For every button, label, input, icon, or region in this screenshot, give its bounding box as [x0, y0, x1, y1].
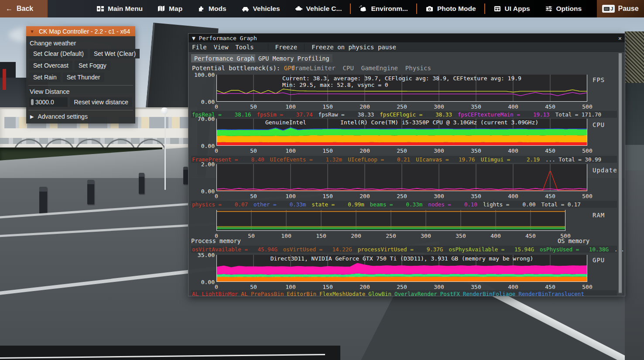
toolbar-separator — [484, 3, 485, 14]
main-menu-icon — [96, 5, 104, 13]
building — [625, 83, 644, 145]
back-button[interactable]: ← Back — [0, 0, 48, 17]
fps-status-line: fpsReal = 38.16fpsSim = 37.74fpsRaw = 38… — [191, 111, 617, 118]
drag-grip-icon[interactable] — [31, 99, 34, 105]
x-tick-label: 400 — [508, 284, 518, 290]
y-axis-min-label: 0.00 — [190, 279, 215, 285]
toolbar-item-mods[interactable]: Mods — [190, 0, 233, 17]
toolbar-item-environment[interactable]: Environm... — [352, 0, 415, 17]
y-axis-min-label: 0.00 — [190, 99, 215, 105]
perf-window-titlebar[interactable]: ▼ Performance Graph — [188, 34, 625, 42]
scrollbar-track[interactable] — [618, 53, 622, 294]
x-tick-label: 0 — [215, 147, 218, 154]
status-pair: UIimgui = 2.19 — [481, 156, 540, 163]
x-tick-label: 200 — [360, 103, 370, 110]
toolbar-item-photo-mode[interactable]: Photo Mode — [418, 0, 483, 17]
tab-gpu-memory-profiling[interactable]: GPU Memory Profiling — [255, 54, 332, 62]
menu-file[interactable]: File — [188, 44, 210, 51]
x-axis-ticks: 050100150200250300350400450500 — [216, 233, 565, 239]
x-tick-label: 250 — [397, 284, 407, 290]
close-icon[interactable]: ✕ — [616, 34, 624, 42]
x-tick-label: 100 — [285, 103, 295, 110]
toolbar-item-vehicles[interactable]: Vehicles — [234, 0, 288, 17]
menu-freeze-on-physics-pause[interactable]: Freeze on physics pause — [304, 44, 400, 51]
perf-menubar: File View Tools Freeze Freeze on physics… — [188, 42, 625, 52]
process-memory-label: Process memory — [191, 237, 241, 244]
tab-performance-graph[interactable]: Performance Graph — [191, 54, 257, 62]
x-tick-label: 450 — [525, 233, 535, 239]
x-tick-label: 150 — [316, 233, 326, 239]
side-label-fps: FPS — [593, 76, 605, 83]
view-distance-input[interactable]: 3000.0 — [29, 97, 68, 107]
x-tick-label: 200 — [351, 233, 361, 239]
x-tick-label: 300 — [434, 284, 444, 290]
status-pair: ... Total = 30.99 — [545, 156, 601, 163]
toolbar-item-map[interactable]: Map — [150, 0, 190, 17]
expand-arrow-icon: ▶ — [30, 114, 34, 120]
x-tick-label: 300 — [434, 103, 444, 110]
ram-status-line: osVirtAvailable = 45.94GosVirtUsed = 14.… — [191, 246, 617, 253]
divider — [28, 110, 133, 110]
x-tick-label: 50 — [250, 147, 257, 154]
street-lamp-globe — [161, 107, 168, 114]
ck-window-title: CK Map Controller - 2.2 - c1 - x64 — [39, 28, 130, 35]
status-pair: osPhysAvailable = 15.94G — [449, 246, 534, 253]
status-pair: state = 0.99m — [312, 201, 364, 208]
x-tick-label: 100 — [285, 147, 295, 154]
menu-freeze[interactable]: Freeze — [268, 44, 301, 51]
x-tick-label: 400 — [508, 103, 518, 110]
status-pair: fpsCEFlogic = 38.33 — [380, 111, 452, 118]
x-tick-label: 50 — [250, 103, 257, 110]
fps-chart: Current: 38.3, average: 39.7, CEFlogic a… — [216, 75, 587, 102]
change-weather-label: Change weather — [30, 40, 132, 47]
set-thunder-button[interactable]: Set Thunder — [63, 72, 104, 82]
toolbar-item-label: Main Menu — [108, 5, 143, 13]
x-tick-label: 0 — [215, 284, 218, 290]
x-tick-label: 150 — [322, 193, 332, 199]
toolbar-item-label: Vehicle C... — [306, 5, 342, 13]
pause-key-label: J — [610, 6, 613, 11]
pause-button[interactable]: J Pause — [597, 0, 644, 17]
x-tick-label: 50 — [250, 193, 257, 199]
ck-window-titlebar[interactable]: ▼ CK Map Controller - 2.2 - c1 - x64 — [26, 26, 135, 36]
toolbar-item-label: Vehicles — [253, 5, 280, 13]
set-overcast-button[interactable]: Set Overcast — [29, 61, 72, 70]
advanced-settings-label: Advanced settings — [38, 113, 87, 120]
advanced-settings-toggle[interactable]: ▶ Advanced settings — [30, 113, 132, 120]
status-pair: OverlayRender — [394, 291, 437, 297]
toolbar-item-label: Mods — [209, 5, 226, 13]
toolbar-item-main-menu[interactable]: Main Menu — [89, 0, 150, 17]
x-tick-label: 100 — [285, 284, 295, 290]
x-tick-label: 250 — [397, 147, 407, 154]
toolbar-item-vehicle-config[interactable]: Vehicle C... — [288, 0, 349, 17]
set-clear-button[interactable]: Set Clear (Default) — [29, 49, 88, 58]
toolbar-item-options[interactable]: Options — [538, 0, 589, 17]
ram-chart — [216, 210, 565, 231]
fps-overlay-stats: Current: 38.3, average: 39.7, CEFlogic a… — [282, 75, 521, 88]
x-tick-label: 250 — [397, 103, 407, 110]
sliders-icon — [545, 5, 553, 13]
set-wet-button[interactable]: Set Wet (Clear) — [90, 49, 140, 58]
bottleneck-line: Potential bottleneck(s): GPU frameLimite… — [192, 65, 284, 72]
keyboard-icon — [604, 7, 610, 11]
menu-tools[interactable]: Tools — [232, 44, 257, 51]
collapse-arrow-icon[interactable]: ▼ — [192, 35, 195, 41]
toolbar-item-label: Environm... — [371, 5, 408, 13]
set-foggy-button[interactable]: Set Foggy — [75, 61, 110, 70]
ck-window-body: Change weather Set Clear (Default) Set W… — [26, 36, 135, 123]
status-pair: UIcanvas = 19.76 — [416, 156, 475, 163]
status-pair: fpsCEFtextureMain = 19.13 — [458, 111, 550, 118]
reset-view-distance-button[interactable]: Reset view distance — [70, 97, 132, 107]
y-axis-min-label: 0.00 — [190, 143, 215, 149]
building — [625, 145, 644, 170]
bollard — [39, 187, 47, 214]
x-axis-ticks: 050100150200250300350400450500 — [216, 103, 587, 110]
toolbar-item-ui-apps[interactable]: UI Apps — [486, 0, 538, 17]
menu-view[interactable]: View — [210, 44, 232, 51]
y-axis-max-label: 2.00 — [190, 161, 215, 168]
x-axis-ticks: 050100150200250300350400450500 — [216, 193, 587, 199]
set-rain-button[interactable]: Set Rain — [29, 72, 61, 82]
collapse-arrow-icon[interactable]: ▼ — [30, 29, 34, 34]
map-icon — [158, 5, 165, 13]
scrollbar-thumb[interactable] — [619, 53, 622, 293]
